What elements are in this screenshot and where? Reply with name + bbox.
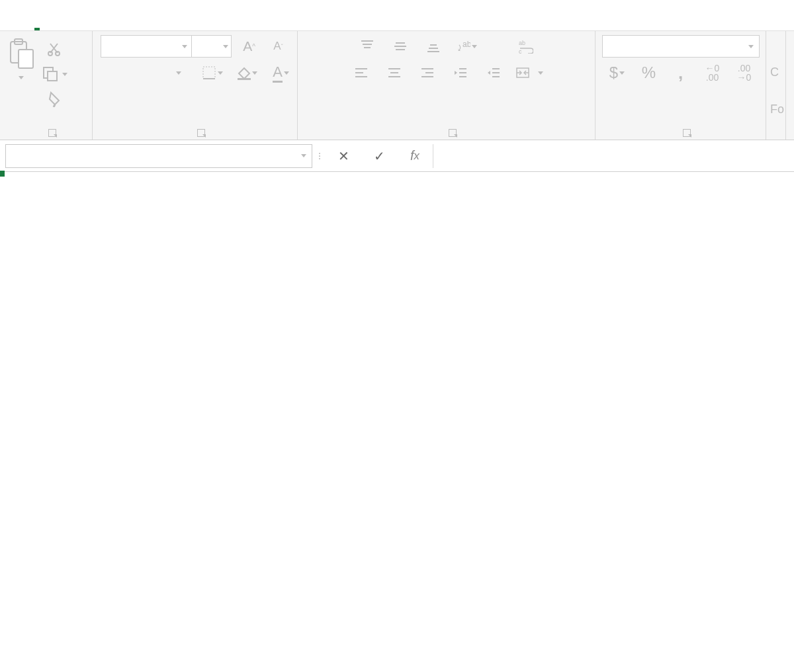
wrap-text-icon: abc bbox=[519, 39, 533, 54]
copy-icon bbox=[42, 66, 60, 82]
align-bottom-icon bbox=[426, 39, 441, 54]
chevron-down-icon bbox=[182, 45, 187, 48]
cut-button[interactable] bbox=[44, 38, 66, 60]
font-color-button[interactable]: A bbox=[270, 62, 292, 84]
increase-decimal-button[interactable]: ←0.00 bbox=[701, 62, 724, 84]
decrease-indent-icon bbox=[453, 65, 468, 80]
dialog-launcher-icon[interactable] bbox=[48, 129, 56, 137]
formula-bar[interactable] bbox=[433, 144, 794, 168]
group-number: $ % , ←0.00 .00→0 bbox=[596, 31, 766, 140]
svg-text:ab: ab bbox=[519, 40, 525, 46]
decrease-font-button[interactable]: Aˇ bbox=[267, 35, 290, 58]
align-bottom-button[interactable] bbox=[422, 35, 445, 58]
name-box[interactable] bbox=[5, 144, 312, 168]
bucket-icon bbox=[236, 65, 251, 80]
chevron-down-icon bbox=[748, 45, 754, 48]
comma-button[interactable]: , bbox=[670, 62, 692, 84]
chevron-down-icon bbox=[284, 71, 289, 75]
increase-indent-icon bbox=[486, 65, 501, 80]
italic-button[interactable] bbox=[132, 62, 155, 84]
fx-icon[interactable]: fx bbox=[397, 148, 433, 163]
chevron-down-icon bbox=[62, 73, 67, 76]
tab-data[interactable] bbox=[160, 17, 165, 30]
fill-color-button[interactable] bbox=[236, 62, 258, 84]
dialog-launcher-icon[interactable] bbox=[197, 129, 205, 137]
font-size-select[interactable] bbox=[192, 35, 232, 58]
font-family-select[interactable] bbox=[101, 35, 192, 58]
chevron-down-icon bbox=[176, 71, 181, 75]
copy-button[interactable] bbox=[41, 63, 69, 85]
merge-center-button[interactable] bbox=[515, 65, 543, 80]
svg-rect-7 bbox=[203, 67, 215, 79]
svg-text:c: c bbox=[519, 48, 522, 54]
svg-text:ab: ab bbox=[463, 40, 470, 49]
chevron-down-icon bbox=[223, 45, 228, 48]
decrease-decimal-button[interactable]: .00→0 bbox=[733, 62, 756, 84]
range-highlight-d bbox=[0, 172, 3, 175]
percent-button[interactable]: % bbox=[638, 62, 660, 84]
orientation-icon: ⤸ab bbox=[456, 39, 470, 54]
tab-home[interactable] bbox=[34, 17, 40, 30]
group-alignment: ⤸ab abc bbox=[298, 31, 596, 140]
clipboard-icon bbox=[7, 38, 36, 71]
tab-view[interactable] bbox=[210, 17, 216, 30]
tab-file[interactable] bbox=[9, 17, 15, 30]
align-center-icon bbox=[387, 65, 402, 80]
merge-icon bbox=[515, 65, 530, 80]
group-clipped: C Fo bbox=[766, 31, 786, 140]
brush-icon bbox=[47, 91, 63, 107]
tab-draw[interactable] bbox=[85, 17, 90, 30]
cancel-formula-button[interactable]: ✕ bbox=[326, 144, 361, 168]
align-right-icon bbox=[420, 65, 435, 80]
align-center-button[interactable] bbox=[383, 62, 406, 84]
tab-developer[interactable] bbox=[236, 17, 241, 30]
align-top-icon bbox=[360, 39, 375, 54]
chevron-down-icon bbox=[538, 71, 543, 75]
wrap-text-button[interactable]: abc bbox=[519, 39, 537, 54]
formula-bar-row: ✕ ✓ fx bbox=[0, 140, 794, 172]
dialog-launcher-icon[interactable] bbox=[683, 129, 691, 137]
chevron-down-icon bbox=[252, 71, 257, 75]
format-painter-button[interactable] bbox=[44, 88, 66, 110]
border-button[interactable] bbox=[201, 62, 224, 84]
tab-formulas[interactable] bbox=[135, 17, 140, 30]
tab-page-layout[interactable] bbox=[110, 17, 115, 30]
svg-point-3 bbox=[48, 52, 52, 56]
align-middle-button[interactable] bbox=[389, 35, 412, 58]
decrease-indent-button[interactable] bbox=[449, 62, 472, 84]
align-left-button[interactable] bbox=[350, 62, 373, 84]
align-left-icon bbox=[354, 65, 369, 80]
group-clipboard bbox=[0, 31, 93, 140]
group-font: A^ Aˇ A bbox=[93, 31, 298, 140]
check-icon: ✓ bbox=[374, 148, 385, 164]
bold-button[interactable] bbox=[98, 62, 120, 84]
ribbon: A^ Aˇ A ⤸ab abc bbox=[0, 30, 794, 140]
svg-rect-6 bbox=[48, 71, 57, 81]
range-highlight-a bbox=[0, 172, 3, 175]
tab-insert[interactable] bbox=[60, 17, 65, 30]
border-icon bbox=[202, 65, 216, 80]
orientation-button[interactable]: ⤸ab bbox=[455, 35, 478, 58]
align-top-button[interactable] bbox=[356, 35, 378, 58]
chevron-down-icon bbox=[619, 71, 625, 75]
enter-formula-button[interactable]: ✓ bbox=[361, 144, 397, 168]
increase-font-button[interactable]: A^ bbox=[238, 35, 261, 58]
align-right-button[interactable] bbox=[416, 62, 439, 84]
ribbon-tabs bbox=[0, 0, 794, 30]
svg-point-4 bbox=[56, 52, 60, 56]
number-format-select[interactable] bbox=[602, 35, 760, 58]
chevron-down-icon bbox=[218, 71, 223, 75]
underline-button[interactable] bbox=[167, 62, 189, 84]
chevron-down-icon bbox=[19, 76, 24, 79]
selection-e bbox=[0, 172, 3, 175]
scissors-icon bbox=[47, 41, 63, 57]
increase-indent-button[interactable] bbox=[482, 62, 505, 84]
accounting-format-button[interactable]: $ bbox=[606, 62, 629, 84]
dialog-launcher-icon[interactable] bbox=[449, 129, 457, 137]
separator bbox=[312, 153, 326, 159]
tab-review[interactable] bbox=[185, 17, 191, 30]
svg-rect-2 bbox=[19, 50, 33, 68]
close-icon: ✕ bbox=[338, 148, 349, 164]
paste-button[interactable] bbox=[7, 38, 36, 79]
tab-help[interactable] bbox=[261, 17, 266, 30]
